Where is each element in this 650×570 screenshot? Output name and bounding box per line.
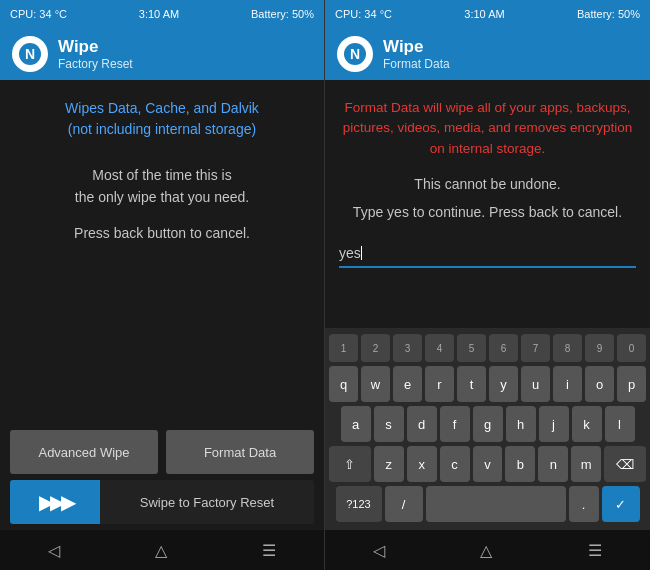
right-home-icon[interactable]: △ — [480, 541, 492, 560]
kb-number-row: 1 2 3 4 5 6 7 8 9 0 — [329, 334, 646, 362]
key-8[interactable]: 8 — [553, 334, 582, 362]
svg-text:N: N — [350, 46, 360, 62]
left-app-bar: N Wipe Factory Reset — [0, 28, 324, 80]
right-app-logo: N — [337, 36, 373, 72]
right-time: 3:10 AM — [464, 8, 504, 20]
right-cpu: CPU: 34 °C — [335, 8, 392, 20]
key-j[interactable]: j — [539, 406, 569, 442]
right-body-line1: This cannot be undone. — [414, 173, 560, 195]
right-back-icon[interactable]: ◁ — [373, 541, 385, 560]
right-panel: CPU: 34 °C 3:10 AM Battery: 50% N Wipe F… — [325, 0, 650, 570]
key-u[interactable]: u — [521, 366, 550, 402]
right-body-line2: Type yes to continue. Press back to canc… — [353, 201, 622, 223]
key-r[interactable]: r — [425, 366, 454, 402]
right-app-title: Wipe — [383, 37, 450, 57]
slash-key[interactable]: / — [385, 486, 423, 522]
key-g[interactable]: g — [473, 406, 503, 442]
kb-row-3: ⇧ z x c v b n m ⌫ — [329, 446, 646, 482]
left-panel: CPU: 34 °C 3:10 AM Battery: 50% N Wipe F… — [0, 0, 325, 570]
key-2[interactable]: 2 — [361, 334, 390, 362]
left-home-icon[interactable]: △ — [155, 541, 167, 560]
play-icons: ▶▶▶ — [39, 490, 72, 514]
right-content: Format Data will wipe all of your apps, … — [325, 80, 650, 328]
right-nav-bar: ◁ △ ☰ — [325, 530, 650, 570]
key-5[interactable]: 5 — [457, 334, 486, 362]
format-data-button[interactable]: Format Data — [166, 430, 314, 474]
left-action-buttons: Advanced Wipe Format Data — [10, 430, 314, 474]
key-0[interactable]: 0 — [617, 334, 646, 362]
left-back-icon[interactable]: ◁ — [48, 541, 60, 560]
left-cancel-text: Press back button to cancel. — [74, 225, 250, 241]
left-app-title: Wipe — [58, 37, 133, 57]
shift-key[interactable]: ⇧ — [329, 446, 371, 482]
left-content: Wipes Data, Cache, and Dalvik(not includ… — [0, 80, 324, 422]
right-app-bar: N Wipe Format Data — [325, 28, 650, 80]
yes-input[interactable]: yes — [339, 240, 636, 268]
key-i[interactable]: i — [553, 366, 582, 402]
key-1[interactable]: 1 — [329, 334, 358, 362]
left-time: 3:10 AM — [139, 8, 179, 20]
key-d[interactable]: d — [407, 406, 437, 442]
enter-key[interactable]: ✓ — [602, 486, 640, 522]
key-3[interactable]: 3 — [393, 334, 422, 362]
left-nav-bar: ◁ △ ☰ — [0, 530, 324, 570]
key-n[interactable]: n — [538, 446, 568, 482]
backspace-key[interactable]: ⌫ — [604, 446, 646, 482]
key-q[interactable]: q — [329, 366, 358, 402]
key-l[interactable]: l — [605, 406, 635, 442]
key-y[interactable]: y — [489, 366, 518, 402]
right-app-subtitle: Format Data — [383, 57, 450, 71]
swipe-bar[interactable]: ▶▶▶ Swipe to Factory Reset — [10, 480, 314, 524]
left-warning: Wipes Data, Cache, and Dalvik(not includ… — [65, 98, 259, 140]
key-w[interactable]: w — [361, 366, 390, 402]
key-s[interactable]: s — [374, 406, 404, 442]
key-f[interactable]: f — [440, 406, 470, 442]
left-app-bar-titles: Wipe Factory Reset — [58, 37, 133, 71]
left-battery: Battery: 50% — [251, 8, 314, 20]
key-b[interactable]: b — [505, 446, 535, 482]
left-app-logo: N — [12, 36, 48, 72]
left-bottom-buttons: Advanced Wipe Format Data ▶▶▶ Swipe to F… — [0, 422, 324, 530]
input-value: yes — [339, 245, 361, 261]
key-c[interactable]: c — [440, 446, 470, 482]
key-e[interactable]: e — [393, 366, 422, 402]
swipe-arrows: ▶▶▶ — [10, 480, 100, 524]
right-app-bar-titles: Wipe Format Data — [383, 37, 450, 71]
key-6[interactable]: 6 — [489, 334, 518, 362]
key-m[interactable]: m — [571, 446, 601, 482]
left-menu-icon[interactable]: ☰ — [262, 541, 276, 560]
right-battery: Battery: 50% — [577, 8, 640, 20]
kb-row-4: ?123 / . ✓ — [329, 486, 646, 522]
key-k[interactable]: k — [572, 406, 602, 442]
key-7[interactable]: 7 — [521, 334, 550, 362]
key-a[interactable]: a — [341, 406, 371, 442]
key-v[interactable]: v — [473, 446, 503, 482]
space-key[interactable] — [426, 486, 566, 522]
right-warning: Format Data will wipe all of your apps, … — [339, 98, 636, 159]
text-cursor — [361, 246, 363, 260]
left-body-line1: Most of the time this is the only wipe t… — [75, 164, 249, 209]
kb-row-2: a s d f g h j k l — [329, 406, 646, 442]
key-o[interactable]: o — [585, 366, 614, 402]
keyboard[interactable]: 1 2 3 4 5 6 7 8 9 0 q w e r t y u i o p … — [325, 328, 650, 530]
num-key[interactable]: ?123 — [336, 486, 382, 522]
left-cpu: CPU: 34 °C — [10, 8, 67, 20]
kb-row-1: q w e r t y u i o p — [329, 366, 646, 402]
key-z[interactable]: z — [374, 446, 404, 482]
left-status-bar: CPU: 34 °C 3:10 AM Battery: 50% — [0, 0, 324, 28]
key-h[interactable]: h — [506, 406, 536, 442]
period-key[interactable]: . — [569, 486, 599, 522]
right-status-bar: CPU: 34 °C 3:10 AM Battery: 50% — [325, 0, 650, 28]
right-menu-icon[interactable]: ☰ — [588, 541, 602, 560]
swipe-label: Swipe to Factory Reset — [100, 495, 314, 510]
key-p[interactable]: p — [617, 366, 646, 402]
key-x[interactable]: x — [407, 446, 437, 482]
advanced-wipe-button[interactable]: Advanced Wipe — [10, 430, 158, 474]
key-9[interactable]: 9 — [585, 334, 614, 362]
left-app-subtitle: Factory Reset — [58, 57, 133, 71]
key-t[interactable]: t — [457, 366, 486, 402]
svg-text:N: N — [25, 46, 35, 62]
key-4[interactable]: 4 — [425, 334, 454, 362]
